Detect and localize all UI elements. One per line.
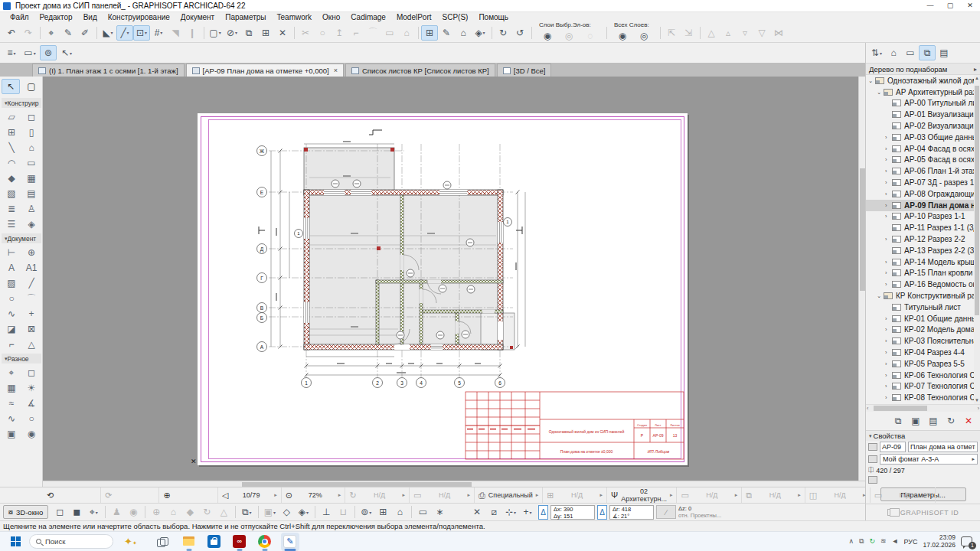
overlay-select[interactable]: ▭Н/Д▸ [871,487,936,503]
circular-dimension-tool[interactable]: ⊕ [21,245,41,260]
menu-design[interactable]: Конструирование [103,12,175,23]
resize-button[interactable]: ▭▾ [381,25,398,41]
adjust-button[interactable]: ↥▾ [331,25,348,41]
expand-arrow-icon[interactable]: ⌄ [877,292,884,299]
rebuild-button[interactable]: ↻▾ [495,25,511,41]
notification-button[interactable]: 1 [961,536,972,546]
marquee-options-button[interactable]: ▢▾ [207,25,224,41]
3d-marquee-button[interactable]: ◇▾ [278,504,295,520]
tree-vertical-scrollbar[interactable]: ▲ ▼ [974,75,980,404]
curtain-wall-tool[interactable]: ▤ [21,186,41,201]
corner-window-tool[interactable]: ◻ [21,365,41,380]
new-master-layout-button[interactable]: ▤▾ [925,413,942,429]
language-indicator[interactable]: РУС [903,538,917,546]
tree-item[interactable]: АР-00 Титульный лист [866,98,974,109]
window-tool[interactable]: ⊞ [2,125,21,140]
menu-scps[interactable]: SCP(S) [437,12,474,23]
object-tool[interactable]: ♙ [21,201,41,217]
taskbar-chrome[interactable] [256,533,274,551]
xy-coordinate-box[interactable]: Δx: 390 Δy: 151 [550,505,595,520]
tab-3d[interactable]: [3D / Все] [497,64,552,77]
tree-item[interactable]: ›КР-04 Разрез 4-4 [866,347,974,358]
bring-to-front-button[interactable]: △▾ [703,25,720,41]
camera-tool[interactable]: ◉ [21,426,41,442]
expand-arrow-icon[interactable]: › [885,191,892,197]
expand-arrow-icon[interactable]: ⌄ [877,89,884,96]
tree-item[interactable]: ›КР-01 Общие данные [866,313,974,324]
graphisoft-id-strip[interactable]: GRAPHISOFT ID [865,504,980,520]
menu-teamwork[interactable]: Teamwork [272,12,318,23]
elevation-tool[interactable]: △ [21,337,41,352]
expand-arrow-icon[interactable]: › [885,202,892,209]
suspend-groups-button[interactable]: ⊘▾ [224,25,240,41]
beam-tool[interactable]: ╲ [2,140,21,155]
toolbar-button[interactable]: ▾ [142,504,148,520]
unlock-selection-layers-button[interactable]: ◌▾ [582,28,599,44]
redo-button[interactable]: ↷▾ [20,25,37,41]
tree-item[interactable]: ›АР-15 План кровли [866,268,974,279]
project-map-button[interactable]: ⌂▾ [885,45,902,60]
layer-combination-select[interactable]: ⊞Н/Д▸ [543,487,607,503]
new-subset-button[interactable]: ▣▾ [907,413,924,429]
toolbar-button[interactable]: ▾ [232,504,238,520]
zoom-tool-button[interactable]: ⊕▸ [159,487,217,503]
back-button[interactable]: ⟲▸ [43,487,101,503]
orbit-mode-button[interactable]: ⊚▾ [40,45,57,60]
new-layout-button[interactable]: ⧉▾ [890,413,906,429]
expand-arrow-icon[interactable]: › [885,134,892,141]
surface-painter-button[interactable]: ⌂▾ [391,504,408,520]
expand-arrow-icon[interactable]: › [885,372,892,379]
toolbar-button[interactable]: ▾ [408,504,414,520]
forward-button[interactable]: ⟳▸ [101,487,159,503]
orbit-button[interactable]: ⊕▾ [148,504,165,520]
tray-sync-icon[interactable]: ↻ [869,537,875,546]
column-tool[interactable]: ▯ [21,125,41,140]
stair-tool[interactable]: ≣ [2,201,21,217]
grid-snap-button[interactable]: #▾ [150,25,167,41]
taskbar-microsoft-store[interactable] [205,533,224,551]
delete-button[interactable]: ✕▾ [960,413,977,429]
lock-selection-layers-button[interactable]: ◎▾ [560,28,577,44]
toolbar-button[interactable]: ▾ [255,504,261,520]
saved-views-button[interactable]: ▭▾ [414,504,431,520]
multiply-button[interactable]: ⌂▾ [398,25,415,41]
plane-snap-button[interactable]: ∕ [656,505,676,519]
show-all-layers-button[interactable]: ◉▾ [614,28,631,44]
toolbar-button[interactable]: ▾ [291,25,297,41]
wall-tool[interactable]: ▱ [2,109,21,125]
tree-horizontal-scrollbar[interactable]: ‹ › [866,404,980,412]
snap-points-button[interactable]: ⊡▾ [133,25,150,41]
tree-item[interactable]: ›АР-10 Разрез 1-1 [866,211,974,223]
spline-misc-tool[interactable]: ∿ [2,411,21,426]
tree-item[interactable]: ›АР-16 Ведомость окон и дв [866,279,974,290]
coordinate-origin-button[interactable]: ⊹▾ [502,504,519,520]
pen-set-select[interactable]: ▭Н/Д▸ [410,487,475,503]
expand-arrow-icon[interactable]: › [885,213,892,220]
zoom-level-select[interactable]: ⊙72%▸ [282,487,346,503]
renovation-button[interactable]: ✎▾ [438,25,455,41]
expand-arrow-icon[interactable]: › [885,269,892,276]
arrow-mode-button[interactable]: ↖▾ [58,45,75,60]
dimension-tool[interactable]: ⊢ [2,245,21,260]
grid-element-tool[interactable]: ▦ [2,380,21,396]
3d-window-button[interactable]: ⧇ 3D-окно [3,505,48,519]
expand-arrow-icon[interactable]: › [885,337,892,344]
master-format-select[interactable]: Мой фомат А-3-А ▸ [880,454,978,465]
taskbar-search[interactable]: Поиск [29,534,113,549]
menu-document[interactable]: Документ [175,12,220,23]
toolbar-button[interactable]: ▾ [415,25,421,41]
expand-arrow-icon[interactable]: ⌄ [868,77,875,84]
trim-button[interactable]: ✂▾ [297,25,314,41]
scale-select[interactable]: ▭Н/Д▸ [677,487,742,503]
tray-network-icon[interactable]: ≋ [880,537,887,546]
tree-item[interactable]: ›АР-14 Модель крыши [866,256,974,268]
circle-tool[interactable]: ○ [2,291,21,306]
toolbar-button[interactable]: ▾ [488,25,495,41]
taskbar-clock[interactable]: 23:09 17.02.2026 [923,534,956,549]
send-backward-button[interactable]: ▿▾ [737,25,753,41]
bring-forward-button[interactable]: ▵▾ [720,25,737,41]
lamp-tool[interactable]: ☀ [21,380,41,396]
toolbar-button[interactable]: ▾ [201,25,207,41]
roof-tool[interactable]: ⌂ [21,140,41,155]
tree-item[interactable]: ›АР-12 Разрез 2-2 [866,233,974,245]
